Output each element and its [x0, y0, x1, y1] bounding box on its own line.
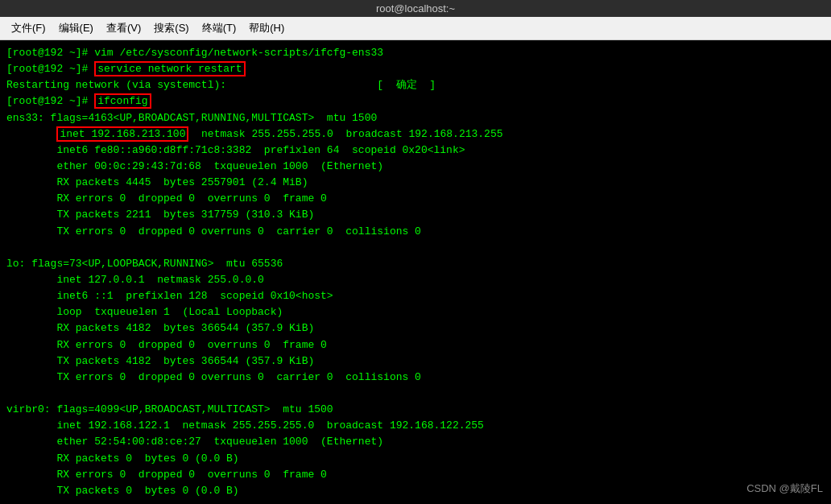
- terminal-line-3: Restarting network (via systemctl): [ 确定…: [6, 77, 825, 93]
- terminal-virbr-inet: inet 192.168.122.1 netmask 255.255.255.0…: [6, 418, 825, 434]
- menu-terminal[interactable]: 终端(T): [196, 19, 243, 37]
- menu-help[interactable]: 帮助(H): [242, 19, 291, 37]
- menu-view[interactable]: 查看(V): [100, 19, 147, 37]
- terminal-blank-1: [6, 240, 825, 256]
- inet-highlight: inet 192.168.213.100: [56, 126, 188, 142]
- terminal-lo-inet: inet 127.0.0.1 netmask 255.0.0.0: [6, 272, 825, 288]
- terminal-lo-inet6: inet6 ::1 prefixlen 128 scopeid 0x10<hos…: [6, 288, 825, 304]
- terminal-line-7: inet6 fe80::a960:d8ff:71c8:3382 prefixle…: [6, 143, 825, 159]
- terminal-virbr-tx: TX packets 0 bytes 0 (0.0 B): [6, 483, 825, 499]
- terminal-line-11: TX packets 2211 bytes 317759 (310.3 KiB): [6, 207, 825, 223]
- terminal-virbr-flags: virbr0: flags=4099<UP,BROADCAST,MULTICAS…: [6, 402, 825, 418]
- terminal-virbr-ether: ether 52:54:00:d8:ce:27 txqueuelen 1000 …: [6, 434, 825, 450]
- terminal-line-10: RX errors 0 dropped 0 overruns 0 frame 0: [6, 191, 825, 207]
- terminal-line-5: ens33: flags=4163<UP,BROADCAST,RUNNING,M…: [6, 110, 825, 126]
- terminal-lo-loop: loop txqueuelen 1 (Local Loopback): [6, 304, 825, 320]
- terminal-line-2: [root@192 ~]# service network restart: [6, 61, 825, 77]
- terminal-lo-tx-err: TX errors 0 dropped 0 overruns 0 carrier…: [6, 370, 825, 386]
- terminal-line-4: [root@192 ~]# ifconfig: [6, 93, 825, 109]
- title-bar: root@localhost:~: [0, 0, 831, 17]
- menu-search[interactable]: 搜索(S): [147, 19, 195, 37]
- terminal-virbr-rx: RX packets 0 bytes 0 (0.0 B): [6, 451, 825, 467]
- terminal-line-12: TX errors 0 dropped 0 overruns 0 carrier…: [6, 224, 825, 240]
- terminal-lo-rx-err: RX errors 0 dropped 0 overruns 0 frame 0: [6, 337, 825, 353]
- title-text: root@localhost:~: [376, 2, 455, 14]
- terminal-lo-rx: RX packets 4182 bytes 366544 (357.9 KiB): [6, 320, 825, 337]
- terminal-line-9: RX packets 4445 bytes 2557901 (2.4 MiB): [6, 175, 825, 191]
- terminal-lo-flags: lo: flags=73<UP,LOOPBACK,RUNNING> mtu 65…: [6, 256, 825, 272]
- terminal-line-6: inet 192.168.213.100 netmask 255.255.255…: [6, 126, 825, 143]
- menu-edit[interactable]: 编辑(E): [52, 19, 100, 37]
- watermark: CSDN @戴陵FL: [746, 481, 823, 496]
- service-network-highlight: service network restart: [94, 61, 245, 76]
- terminal-blank-2: [6, 386, 825, 402]
- ifconfig-highlight: ifconfig: [94, 93, 151, 109]
- terminal-lo-tx: TX packets 4182 bytes 366544 (357.9 KiB): [6, 353, 825, 370]
- terminal-line-8: ether 00:0c:29:43:7d:68 txqueuelen 1000 …: [6, 159, 825, 175]
- menu-bar: 文件(F) 编辑(E) 查看(V) 搜索(S) 终端(T) 帮助(H): [0, 17, 831, 40]
- terminal-line-1: [root@192 ~]# vim /etc/sysconfig/network…: [6, 45, 825, 61]
- menu-file[interactable]: 文件(F): [5, 19, 52, 37]
- terminal[interactable]: [root@192 ~]# vim /etc/sysconfig/network…: [0, 40, 831, 499]
- terminal-virbr-rx-err: RX errors 0 dropped 0 overruns 0 frame 0: [6, 467, 825, 483]
